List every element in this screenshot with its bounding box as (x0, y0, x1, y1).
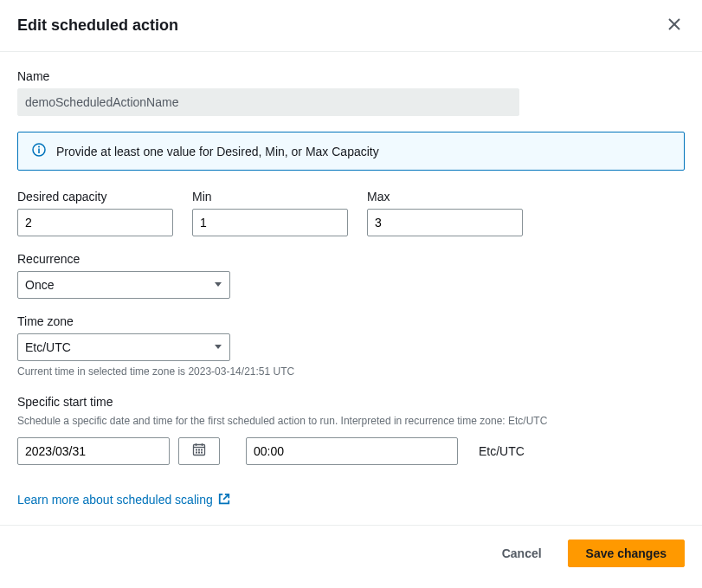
modal-title: Edit scheduled action (17, 16, 178, 35)
svg-rect-16 (201, 452, 203, 454)
close-icon (667, 17, 681, 34)
svg-rect-12 (198, 449, 200, 451)
learn-more-link[interactable]: Learn more about scheduled scaling (17, 493, 230, 507)
desired-input[interactable] (17, 209, 173, 236)
modal-body: Name Provide at least one value for Desi… (0, 52, 702, 525)
starttime-row: Etc/UTC (17, 437, 685, 465)
timezone-label: Time zone (17, 314, 685, 328)
learn-more-text: Learn more about scheduled scaling (17, 493, 213, 507)
svg-rect-13 (201, 449, 203, 451)
recurrence-select[interactable]: Once (17, 271, 230, 299)
calendar-icon (192, 443, 206, 459)
save-button[interactable]: Save changes (568, 540, 685, 567)
capacity-row: Desired capacity Min Max (17, 190, 685, 236)
min-input[interactable] (192, 209, 348, 236)
modal-footer: Cancel Save changes (0, 525, 702, 581)
starttime-label: Specific start time (17, 395, 685, 409)
svg-rect-14 (196, 452, 197, 454)
name-field-group: Name (17, 69, 685, 116)
desired-field-group: Desired capacity (17, 190, 173, 236)
max-input[interactable] (367, 209, 523, 236)
cancel-button[interactable]: Cancel (485, 540, 559, 567)
info-icon (32, 143, 46, 159)
starttime-field-group: Specific start time Schedule a specific … (17, 395, 685, 465)
close-button[interactable] (664, 14, 685, 37)
recurrence-field-group: Recurrence Once (17, 252, 685, 299)
modal-header: Edit scheduled action (0, 0, 702, 52)
svg-rect-15 (198, 452, 200, 454)
info-alert: Provide at least one value for Desired, … (17, 132, 685, 171)
timezone-helper: Current time in selected time zone is 20… (17, 365, 685, 379)
min-label: Min (192, 190, 348, 204)
svg-rect-4 (38, 149, 40, 154)
recurrence-label: Recurrence (17, 252, 685, 266)
timezone-field-group: Time zone Etc/UTC Current time in select… (17, 314, 685, 379)
start-date-input[interactable] (17, 437, 170, 465)
desired-label: Desired capacity (17, 190, 173, 204)
calendar-button[interactable] (178, 437, 220, 465)
svg-rect-11 (196, 449, 197, 451)
max-label: Max (367, 190, 523, 204)
starttime-tz-display: Etc/UTC (479, 444, 525, 458)
alert-text: Provide at least one value for Desired, … (56, 145, 379, 158)
name-input (17, 88, 519, 116)
min-field-group: Min (192, 190, 348, 236)
timezone-select[interactable]: Etc/UTC (17, 333, 230, 361)
timezone-value: Etc/UTC (25, 340, 71, 354)
starttime-helper: Schedule a specific date and time for th… (17, 414, 685, 429)
recurrence-value: Once (25, 278, 54, 292)
max-field-group: Max (367, 190, 523, 236)
external-link-icon (218, 493, 230, 507)
name-label: Name (17, 69, 685, 83)
start-time-input[interactable] (246, 437, 458, 465)
svg-point-3 (38, 146, 40, 148)
svg-line-17 (223, 494, 229, 499)
